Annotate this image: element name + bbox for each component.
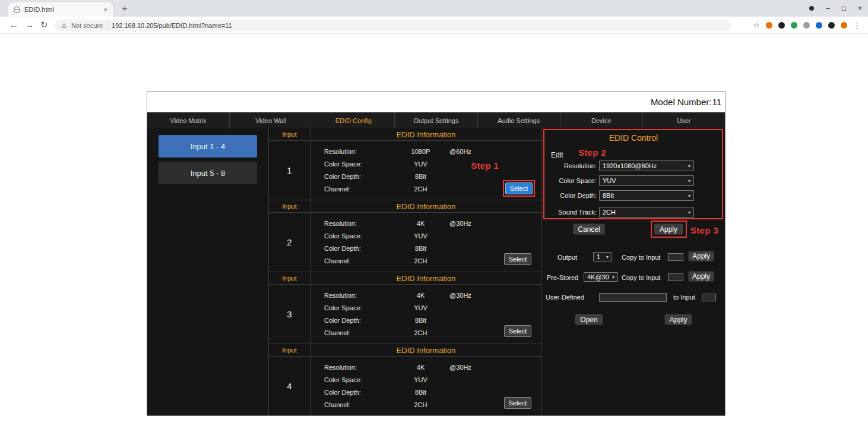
edid-row: Color Space:YUV xyxy=(324,303,541,313)
sidebar: Input 1 - 4 Input 5 - 8 xyxy=(147,128,269,415)
maximize-button[interactable]: □ xyxy=(842,4,846,12)
output-apply-button[interactable]: Apply xyxy=(688,251,714,262)
row-label: Resolution: xyxy=(324,364,395,371)
edid-row: Resolution:4K@30Hz xyxy=(324,362,541,372)
browser-tab[interactable]: EDID.html × xyxy=(8,2,113,17)
row-extra: @30Hz xyxy=(449,292,471,299)
color-depth-select[interactable]: 8Bit ▾ xyxy=(599,190,694,201)
browser-tab-bar: EDID.html × + – □ × xyxy=(0,0,868,17)
tab-device[interactable]: Device xyxy=(560,112,643,128)
input-corner-label: Input xyxy=(269,344,311,356)
profile-dot-icon[interactable] xyxy=(809,6,814,11)
edid-block-input-3: Input EDID Information 3 Resolution:4K@3… xyxy=(269,272,541,344)
select-button-input-3[interactable]: Select xyxy=(504,325,531,337)
tab-output-settings[interactable]: Output Settings xyxy=(395,112,477,128)
back-button[interactable]: ← xyxy=(9,20,18,30)
extension-icon[interactable] xyxy=(766,22,772,29)
to-input-label: to Input xyxy=(673,294,695,301)
select-button-input-1[interactable]: Select xyxy=(505,182,533,194)
warning-icon: ⚠ xyxy=(61,22,67,30)
row-extra: @30Hz xyxy=(449,364,471,371)
sound-track-select[interactable]: 2CH ▾ xyxy=(599,207,694,218)
row-label: Color Space: xyxy=(324,376,395,383)
user-defined-file-field[interactable] xyxy=(599,293,667,302)
new-tab-button[interactable]: + xyxy=(119,3,131,15)
prestored-apply-button[interactable]: Apply xyxy=(688,271,714,282)
resolution-label: Resolution: xyxy=(547,162,597,169)
prestored-copy-to-input-field[interactable] xyxy=(668,273,683,281)
input-corner-label: Input xyxy=(269,200,311,212)
resolution-field: Resolution: 1920x1080@60Hz ▾ xyxy=(547,160,694,171)
input-number: 1 xyxy=(269,141,311,200)
pre-stored-select-value: 4K@30 xyxy=(587,273,609,281)
row-value: 4K xyxy=(395,292,446,299)
output-label: Output xyxy=(557,254,577,261)
panel-body: Input 1 - 4 Input 5 - 8 Input EDID Infor… xyxy=(147,128,725,415)
url-text: 192.168.10.205/pub/EDID.html?name=11 xyxy=(112,22,232,29)
open-button[interactable]: Open xyxy=(575,314,603,325)
color-space-select-value: YUV xyxy=(603,177,616,184)
pre-stored-select[interactable]: 4K@30 ▾ xyxy=(584,272,618,282)
browser-menu-icon[interactable]: ⋮ xyxy=(853,21,861,30)
close-tab-icon[interactable]: × xyxy=(104,6,107,13)
user-defined-apply-button[interactable]: Apply xyxy=(664,314,692,325)
select-button-input-2[interactable]: Select xyxy=(504,253,531,265)
output-copy-to-input-field[interactable] xyxy=(668,253,683,261)
row-label: Color Depth: xyxy=(324,317,395,324)
row-label: Resolution: xyxy=(324,292,395,299)
step-1-annotation: Step 1 xyxy=(471,160,499,171)
tab-edid-config[interactable]: EDID Config xyxy=(312,112,395,128)
chevron-down-icon: ▾ xyxy=(688,178,690,184)
extension-icon[interactable] xyxy=(816,22,822,29)
close-window-button[interactable]: × xyxy=(858,4,862,12)
extension-icon[interactable] xyxy=(841,22,847,29)
step-3-annotation: Step 3 xyxy=(690,225,718,235)
sound-track-select-value: 2CH xyxy=(603,209,616,216)
pre-stored-label: Pre-Stored xyxy=(547,274,578,281)
edid-information-title: EDID Information xyxy=(311,128,541,140)
edid-information-title: EDID Information xyxy=(311,272,541,284)
edid-information-title: EDID Information xyxy=(311,344,541,356)
copy-to-input-label: Copy to Input xyxy=(622,274,660,281)
sidebar-item-input-5-8[interactable]: Input 5 - 8 xyxy=(159,162,257,184)
select-button-input-4[interactable]: Select xyxy=(504,397,531,409)
row-label: Channel: xyxy=(324,257,395,264)
output-select[interactable]: 1 ▾ xyxy=(593,252,612,262)
forward-button[interactable]: → xyxy=(25,20,34,30)
resolution-select[interactable]: 1920x1080@60Hz ▾ xyxy=(599,160,694,171)
edid-row: Color Space:YUV xyxy=(324,374,541,385)
bookmark-star-icon[interactable]: ☆ xyxy=(753,21,760,30)
tab-user[interactable]: User xyxy=(643,112,725,128)
security-label: Not secure xyxy=(71,22,103,29)
tab-audio-settings[interactable]: Audio Settings xyxy=(478,112,560,128)
extension-icon[interactable] xyxy=(828,22,835,29)
color-space-field: Color Space: YUV ▾ xyxy=(547,175,694,186)
row-extra: @30Hz xyxy=(449,220,471,227)
input-corner-label: Input xyxy=(269,272,311,284)
row-value: 8Bit xyxy=(395,245,446,252)
reload-button[interactable]: ↻ xyxy=(40,20,48,30)
model-number-value: 11 xyxy=(712,97,721,107)
color-space-select[interactable]: YUV ▾ xyxy=(599,175,694,186)
url-divider xyxy=(107,22,107,29)
apply-button[interactable]: Apply xyxy=(654,223,683,235)
row-label: Color Space: xyxy=(324,304,395,311)
cancel-button[interactable]: Cancel xyxy=(573,223,605,235)
row-value: YUV xyxy=(395,376,446,383)
tab-video-wall[interactable]: Video Wall xyxy=(230,112,312,128)
row-value: 1080P xyxy=(395,148,446,155)
extension-icon[interactable] xyxy=(791,22,797,29)
edid-row: Color Depth:8Bit xyxy=(324,316,541,326)
row-label: Color Space: xyxy=(324,232,395,240)
minimize-button[interactable]: – xyxy=(826,4,830,12)
extension-icon[interactable] xyxy=(803,22,810,29)
row-value: 2CH xyxy=(395,257,446,264)
row-label: Color Depth: xyxy=(324,245,395,252)
step-2-annotation: Step 2 xyxy=(578,147,606,158)
user-defined-to-input-field[interactable] xyxy=(702,294,716,301)
url-bar[interactable]: ⚠ Not secure 192.168.10.205/pub/EDID.htm… xyxy=(55,20,731,32)
extension-icon[interactable] xyxy=(778,22,785,29)
input-number: 2 xyxy=(269,213,311,272)
tab-video-matrix[interactable]: Video Matrix xyxy=(147,112,230,128)
sidebar-item-input-1-4[interactable]: Input 1 - 4 xyxy=(159,135,257,158)
